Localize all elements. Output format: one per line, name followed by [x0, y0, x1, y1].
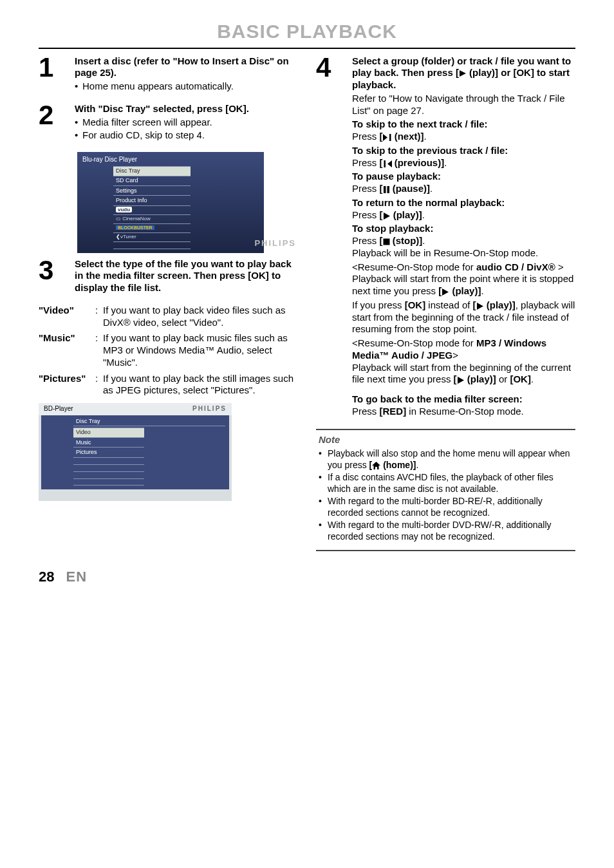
- note-title: Note: [319, 434, 573, 446]
- bullet-item: • Home menu appears automatically.: [75, 80, 298, 93]
- resume-cd-head: <Resume-On-Stop mode for audio CD / DivX…: [352, 261, 575, 274]
- bullet-text: Home menu appears automatically.: [82, 80, 298, 93]
- bullet-dot: •: [319, 472, 328, 495]
- note-text: If a disc contains AVCHD files, the play…: [328, 472, 573, 495]
- bullet-text: For audio CD, skip to step 4.: [82, 129, 298, 142]
- philips-brand: PHILIPS: [192, 405, 227, 413]
- osd2-category: Disc Tray: [73, 418, 225, 426]
- sub-label: To skip to the previous track / file:: [352, 145, 575, 157]
- osd-item-blank: [113, 241, 191, 249]
- osd2-item-blank: [73, 471, 144, 478]
- play-icon: [383, 212, 391, 220]
- manual-page: BASIC PLAYBACK 1 Insert a disc (refer to…: [0, 0, 614, 599]
- osd2-item-pictures: Pictures: [73, 447, 144, 457]
- svg-rect-6: [387, 186, 389, 193]
- osd2-menu-list: Video Music Pictures: [73, 428, 144, 486]
- step-heading: With "Disc Tray" selected, press [OK].: [75, 103, 298, 115]
- osd-item-disc-tray: Disc Tray: [113, 166, 191, 176]
- step-heading: Select the type of the file you want to …: [75, 258, 298, 294]
- osd2-title: BD-Player: [44, 405, 73, 413]
- osd2-footer: [39, 492, 232, 501]
- title-rule: [39, 48, 575, 49]
- filter-key: "Video": [39, 305, 95, 329]
- osd2-item-blank: [73, 457, 144, 464]
- osd-item-blockbuster: BLOCKBUSTER: [113, 223, 191, 232]
- svg-marker-12: [372, 462, 380, 469]
- sub-label: To go back to the media filter screen:: [352, 393, 575, 406]
- sub-text: Press [RED] in Resume-On-Stop mode.: [352, 406, 575, 418]
- note-text: With regard to the multi-border DVD-RW/-…: [328, 520, 573, 542]
- philips-brand: PHILIPS: [254, 238, 296, 249]
- sub-label: To pause playback:: [352, 171, 575, 183]
- bullet-item: • For audio CD, skip to step 4.: [75, 129, 298, 142]
- skip-prev-block: To skip to the previous track / file: Pr…: [352, 145, 575, 169]
- note-text: With regard to the multi-border BD-RE/-R…: [328, 496, 573, 518]
- sub-text: Press [ (play)].: [352, 209, 575, 222]
- media-filter-osd: BD-Player PHILIPS Disc Tray Video Music …: [39, 403, 232, 501]
- play-icon: [442, 288, 449, 296]
- bullet-dot: •: [319, 496, 328, 518]
- next-icon: [383, 134, 392, 141]
- svg-rect-5: [384, 186, 386, 193]
- page-number: 28: [39, 568, 54, 586]
- filter-value: If you want to play back the still image…: [103, 373, 298, 397]
- ok-instead-block: If you press [OK] instead of [ (play)], …: [352, 299, 575, 335]
- osd-item-cinemanow: ▭ CinemaNow: [113, 214, 191, 223]
- osd2-header: BD-Player PHILIPS: [39, 403, 232, 415]
- resume-mp3-text: Playback will start from the beginning o…: [352, 362, 575, 386]
- filter-row-pictures: "Pictures" : If you want to play back th…: [39, 373, 298, 397]
- svg-rect-3: [384, 160, 386, 167]
- note-item: • Playback will also stop and the home m…: [319, 448, 573, 471]
- home-icon: [372, 462, 380, 469]
- pause-block: To pause playback: Press [ (pause)].: [352, 171, 575, 195]
- return-block: To return to the normal playback: Press …: [352, 197, 575, 222]
- page-lang: EN: [66, 568, 87, 586]
- play-icon: [457, 377, 465, 384]
- svg-rect-2: [389, 134, 391, 141]
- left-column: 1 Insert a disc (refer to "How to Insert…: [39, 55, 298, 552]
- sub-text: Press [ (stop)].: [352, 235, 575, 247]
- step-1: 1 Insert a disc (refer to "How to Insert…: [39, 55, 298, 94]
- play-icon: [459, 70, 467, 77]
- sub-text: Press [ (next)].: [352, 131, 575, 143]
- resume-info: Playback will be in Resume-On-Stop mode.: [352, 247, 575, 259]
- step-number: 2: [39, 103, 75, 143]
- note-item: • If a disc contains AVCHD files, the pl…: [319, 472, 573, 495]
- filter-value: If you want to play back music files suc…: [103, 332, 298, 368]
- sub-text: Press [ (previous)].: [352, 157, 575, 169]
- filter-colon: :: [95, 373, 103, 397]
- svg-marker-9: [442, 288, 449, 296]
- osd2-item-blank: [73, 464, 144, 471]
- osd2-item-video: Video: [73, 428, 144, 437]
- svg-marker-10: [477, 303, 483, 310]
- page-title: BASIC PLAYBACK: [39, 19, 575, 48]
- note-box: Note • Playback will also stop and the h…: [316, 429, 575, 552]
- resume-mp3-block: <Resume-On-Stop mode for MP3 / Windows M…: [352, 337, 575, 386]
- svg-marker-1: [383, 134, 387, 141]
- osd-wrapper: Blu-ray Disc Player Disc Tray SD Card Se…: [39, 152, 298, 253]
- bullet-dot: •: [319, 448, 328, 471]
- stop-icon: [383, 238, 390, 245]
- page-footer: 28 EN: [39, 568, 575, 586]
- osd-item-product-info: Product Info: [113, 195, 191, 205]
- back-block: To go back to the media filter screen: P…: [352, 393, 575, 418]
- svg-marker-7: [384, 212, 390, 220]
- step-number: 1: [39, 55, 75, 94]
- pause-icon: [383, 186, 390, 193]
- osd-title: Blu-ray Disc Player: [82, 156, 259, 164]
- note-list: • Playback will also stop and the home m…: [319, 448, 573, 542]
- sub-label: To return to the normal playback:: [352, 197, 575, 209]
- note-item: • With regard to the multi-border DVD-RW…: [319, 520, 573, 542]
- osd-item-vudu: vudu: [113, 205, 191, 214]
- step-heading: Insert a disc (refer to "How to Insert a…: [75, 55, 298, 80]
- bullet-dot: •: [75, 129, 82, 142]
- step-heading: Select a group (folder) or track / file …: [352, 55, 575, 91]
- stop-block: To stop playback: Press [ (stop)]. Playb…: [352, 223, 575, 259]
- filter-row-music: "Music" : If you want to play back music…: [39, 332, 298, 368]
- home-menu-osd: Blu-ray Disc Player Disc Tray SD Card Se…: [77, 152, 264, 253]
- step-number: 4: [316, 55, 352, 420]
- filter-colon: :: [95, 332, 103, 368]
- resume-mp3-head: <Resume-On-Stop mode for MP3 / Windows M…: [352, 337, 575, 362]
- skip-next-block: To skip to the next track / file: Press …: [352, 118, 575, 143]
- step-4: 4 Select a group (folder) or track / fil…: [316, 55, 575, 420]
